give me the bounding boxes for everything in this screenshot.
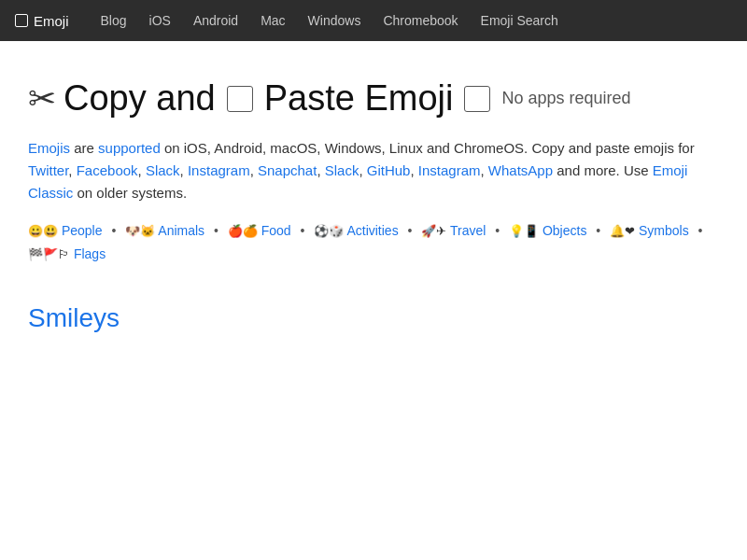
nav-brand[interactable]: Emoji bbox=[15, 13, 69, 29]
instagram-link[interactable]: Instagram bbox=[188, 162, 250, 178]
sep2: • bbox=[214, 223, 218, 238]
sep7: • bbox=[698, 223, 703, 238]
description: Emojis are supported on iOS, Android, ma… bbox=[28, 137, 719, 204]
people-emoji: 😀😃 bbox=[28, 224, 58, 238]
instagram2-link[interactable]: Instagram bbox=[418, 162, 481, 178]
no-apps-label: No apps required bbox=[501, 89, 630, 108]
main-content: ✂ Copy and Paste Emoji No apps required … bbox=[9, 41, 738, 352]
flags-emoji: 🏁🚩🏳 bbox=[28, 247, 70, 261]
nav-link-ios[interactable]: iOS bbox=[140, 9, 180, 32]
paste-box-icon bbox=[227, 86, 253, 112]
objects-emoji: 💡📱 bbox=[509, 224, 539, 238]
nav-link-mac[interactable]: Mac bbox=[251, 9, 294, 32]
sep6: • bbox=[596, 223, 600, 238]
nav-link-android[interactable]: Android bbox=[184, 9, 247, 32]
nav-link-chromebook[interactable]: Chromebook bbox=[374, 9, 467, 32]
symbols-emoji: 🔔❤ bbox=[610, 224, 635, 238]
desc-comma1: , bbox=[68, 162, 72, 178]
hero-title: ✂ Copy and Paste Emoji No apps required bbox=[28, 78, 719, 119]
category-people[interactable]: People bbox=[62, 223, 103, 238]
slack-link[interactable]: Slack bbox=[146, 162, 180, 178]
brand-box-icon bbox=[15, 14, 28, 27]
food-emoji: 🍎🍊 bbox=[228, 224, 258, 238]
desc-comma4: , bbox=[250, 162, 254, 178]
smileys-heading: Smileys bbox=[28, 303, 719, 333]
facebook-link[interactable]: Facebook bbox=[77, 162, 138, 178]
twitter-link[interactable]: Twitter bbox=[28, 162, 68, 178]
github-link[interactable]: GitHub bbox=[367, 162, 411, 178]
category-travel[interactable]: Travel bbox=[450, 223, 486, 238]
copy-and-label: Copy and bbox=[63, 78, 216, 119]
nav-link-windows[interactable]: Windows bbox=[299, 9, 371, 32]
sep5: • bbox=[495, 223, 500, 238]
category-flags[interactable]: Flags bbox=[74, 246, 106, 261]
desc-comma5: , bbox=[317, 162, 320, 178]
sep1: • bbox=[111, 223, 116, 238]
category-symbols[interactable]: Symbols bbox=[639, 223, 689, 238]
category-activities[interactable]: Activities bbox=[346, 223, 398, 238]
nav-link-blog[interactable]: Blog bbox=[92, 9, 136, 32]
snapchat-link[interactable]: Snapchat bbox=[258, 162, 317, 178]
sep3: • bbox=[300, 223, 304, 238]
nav-links: Blog iOS Android Mac Windows Chromebook … bbox=[92, 9, 568, 32]
travel-emoji: 🚀✈ bbox=[421, 224, 446, 238]
desc-comma7: , bbox=[410, 162, 414, 178]
desc-part3: and more. Use bbox=[557, 162, 653, 178]
nav-link-emoji-search[interactable]: Emoji Search bbox=[472, 9, 568, 32]
scissors-icon: ✂ bbox=[28, 79, 56, 119]
category-food[interactable]: Food bbox=[261, 223, 291, 238]
paste-label: Paste Emoji bbox=[264, 78, 454, 119]
category-objects[interactable]: Objects bbox=[543, 223, 586, 238]
desc-part1: are bbox=[74, 140, 98, 156]
sep4: • bbox=[408, 223, 413, 238]
supported-link[interactable]: supported bbox=[98, 140, 161, 156]
brand-label: Emoji bbox=[34, 13, 69, 29]
desc-part4: on older systems. bbox=[78, 185, 188, 201]
main-nav: Emoji Blog iOS Android Mac Windows Chrom… bbox=[0, 0, 747, 41]
category-animals[interactable]: Animals bbox=[158, 223, 204, 238]
slack2-link[interactable]: Slack bbox=[325, 162, 359, 178]
desc-comma6: , bbox=[359, 162, 362, 178]
category-nav: 😀😃 People • 🐶🐱 Animals • 🍎🍊 Food • ⚽🎲 Ac… bbox=[28, 219, 719, 266]
activities-emoji: ⚽🎲 bbox=[314, 224, 344, 238]
whatsapp-link[interactable]: WhatsApp bbox=[488, 162, 553, 178]
animals-emoji: 🐶🐱 bbox=[125, 224, 155, 238]
desc-comma8: , bbox=[481, 162, 485, 178]
desc-comma3: , bbox=[180, 162, 184, 178]
desc-comma2: , bbox=[138, 162, 142, 178]
desc-part2: on iOS, Android, macOS, Windows, Linux a… bbox=[164, 140, 695, 156]
emoji-box-icon bbox=[464, 86, 490, 112]
emojis-link[interactable]: Emojis bbox=[28, 140, 70, 156]
